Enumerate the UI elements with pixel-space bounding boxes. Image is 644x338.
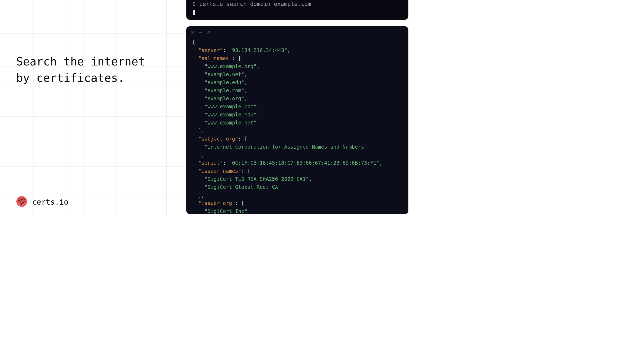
headline-line-2: by certificates. [16,70,177,86]
hero-text-block: Search the internet by certificates. [16,54,177,86]
expand-icon[interactable] [207,31,210,35]
brand-name: certs.io [32,198,68,207]
background-grid [0,0,185,216]
fingerprint-icon [16,196,27,208]
command-prompt: $ certsio search domain example.com [192,0,402,8]
cursor-icon [193,10,195,15]
minimize-icon[interactable] [199,31,202,35]
brand-block: certs.io [16,196,68,208]
json-output: { "server": "93.184.216.34:443", "ssl_na… [186,37,408,214]
output-terminal: { "server": "93.184.216.34:443", "ssl_na… [186,26,408,214]
headline: Search the internet by certificates. [16,54,177,86]
headline-line-1: Search the internet [16,54,177,70]
close-icon[interactable] [191,31,194,35]
window-controls [186,30,408,37]
command-terminal[interactable]: $ certsio search domain example.com [186,0,408,20]
svg-point-0 [16,196,27,207]
